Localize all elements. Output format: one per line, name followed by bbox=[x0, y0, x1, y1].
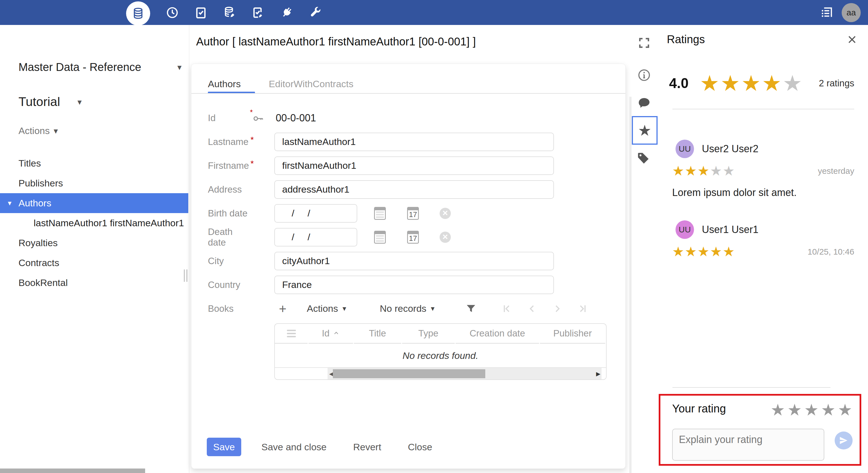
review-timestamp: yesterday bbox=[818, 166, 854, 176]
sidebar-item-contracts[interactable]: Contracts bbox=[0, 253, 188, 273]
star-icon: ★ bbox=[722, 245, 735, 259]
submodule-selector[interactable]: Tutorial ▾ bbox=[19, 94, 82, 109]
submodule-title: Tutorial bbox=[19, 94, 60, 109]
column-label: Title bbox=[369, 328, 386, 339]
scroll-right-icon[interactable]: ▶ bbox=[596, 368, 600, 380]
info-icon[interactable] bbox=[637, 68, 651, 82]
country-field[interactable]: France bbox=[274, 276, 554, 294]
birth-date-field[interactable]: / / bbox=[274, 204, 357, 223]
books-records-dropdown[interactable]: No records ▾ bbox=[380, 303, 435, 314]
send-rating-button[interactable] bbox=[835, 432, 852, 449]
your-rating-stars: ★★★★★ bbox=[771, 402, 855, 418]
task-check-icon[interactable] bbox=[194, 6, 207, 19]
calendar-month-icon[interactable] bbox=[374, 231, 386, 244]
add-book-button[interactable]: + bbox=[274, 301, 291, 316]
save-button[interactable]: Save bbox=[207, 438, 241, 456]
module-selector[interactable]: Master Data - Reference ▾ bbox=[19, 61, 182, 73]
star-icon[interactable]: ★ bbox=[771, 402, 787, 418]
first-page-icon[interactable] bbox=[502, 304, 512, 314]
books-toolbar: Books + Actions ▾ No records ▾ bbox=[191, 297, 625, 321]
calendar-month-icon[interactable] bbox=[374, 207, 386, 220]
page-title: Author [ lastNameAuthor1 firstNameAuthor… bbox=[196, 35, 476, 48]
scrollbar-track[interactable]: ◀ ▶ bbox=[328, 368, 601, 380]
id-value: 00-0-001 bbox=[276, 112, 316, 124]
hamburger-icon bbox=[287, 330, 296, 337]
save-and-close-button[interactable]: Save and close bbox=[261, 442, 327, 452]
column-label: Id bbox=[322, 328, 330, 339]
clear-date-icon[interactable]: ✕ bbox=[440, 208, 451, 219]
tab-authors[interactable]: Authors bbox=[208, 79, 241, 89]
clear-date-icon[interactable]: ✕ bbox=[440, 232, 451, 243]
sidebar-item-royalties[interactable]: Royalties bbox=[0, 233, 188, 253]
column-header-creation-date[interactable]: Creation date bbox=[456, 324, 539, 344]
form-row-id: Id * 00-0-001 bbox=[191, 106, 625, 130]
sidebar-resize-handle[interactable] bbox=[184, 269, 187, 282]
calendar-day-icon[interactable]: 17 bbox=[407, 207, 419, 220]
star-icon[interactable]: ★ bbox=[804, 402, 821, 418]
tag-icon[interactable] bbox=[637, 151, 650, 165]
death-date-field[interactable]: / / bbox=[274, 228, 357, 246]
books-actions-dropdown[interactable]: Actions ▾ bbox=[307, 303, 346, 314]
comment-icon[interactable] bbox=[638, 96, 651, 109]
database-module-button-active[interactable] bbox=[126, 1, 150, 26]
ratings-tab-selected[interactable]: ★ bbox=[632, 116, 658, 145]
close-button[interactable]: Close bbox=[408, 442, 432, 452]
star-icon: ★ bbox=[710, 245, 722, 259]
task-edit-icon[interactable] bbox=[252, 6, 265, 19]
column-customize-button[interactable] bbox=[275, 324, 308, 344]
star-icon[interactable]: ★ bbox=[821, 402, 838, 418]
rating-comment-input[interactable] bbox=[672, 429, 824, 461]
lastname-field[interactable]: lastNameAuthor1 bbox=[274, 132, 554, 151]
database-edit-icon[interactable] bbox=[223, 6, 236, 19]
firstname-label: Firstname bbox=[208, 160, 250, 171]
sidebar-item-titles[interactable]: Titles bbox=[0, 153, 188, 173]
scrollbar-thumb[interactable] bbox=[333, 369, 485, 378]
address-field[interactable]: addressAuthor1 bbox=[274, 180, 554, 199]
tab-editorwithcontracts[interactable]: EditorWithContracts bbox=[269, 79, 353, 89]
books-records-label: No records bbox=[380, 303, 427, 314]
calendar-day-icon[interactable]: 17 bbox=[407, 231, 419, 244]
column-header-publisher[interactable]: Publisher bbox=[540, 324, 605, 344]
page-horizontal-scrollbar-thumb[interactable] bbox=[0, 469, 145, 473]
close-panel-icon[interactable] bbox=[847, 34, 857, 45]
sidebar-item-publishers[interactable]: Publishers bbox=[0, 173, 188, 193]
column-header-type[interactable]: Type bbox=[402, 324, 455, 344]
sidebar-item-bookrental[interactable]: BookRental bbox=[0, 273, 188, 293]
form-row-firstname: Firstname * firstNameAuthor1 bbox=[191, 154, 625, 177]
sort-ascending-icon bbox=[333, 330, 340, 337]
average-rating-value: 4.0 bbox=[669, 75, 689, 91]
column-header-title[interactable]: Title bbox=[354, 324, 401, 344]
user-avatar[interactable]: aa bbox=[842, 3, 861, 22]
books-label: Books bbox=[208, 303, 250, 314]
firstname-field[interactable]: firstNameAuthor1 bbox=[274, 156, 554, 175]
birth-date-label: Birth date bbox=[208, 208, 250, 219]
sidebar-item-authors[interactable]: ▾ Authors bbox=[0, 193, 188, 213]
next-page-icon[interactable] bbox=[552, 304, 562, 314]
star-icon[interactable]: ★ bbox=[787, 402, 804, 418]
module-icon-group bbox=[126, 0, 322, 25]
previous-page-icon[interactable] bbox=[527, 304, 537, 314]
country-label: Country bbox=[208, 279, 250, 290]
log-list-icon[interactable] bbox=[820, 6, 833, 19]
last-page-icon[interactable] bbox=[578, 304, 588, 314]
wrench-icon[interactable] bbox=[309, 6, 322, 19]
required-marker: * bbox=[250, 135, 259, 144]
star-icon[interactable]: ★ bbox=[838, 402, 855, 418]
required-marker: * bbox=[250, 108, 253, 117]
filter-icon[interactable] bbox=[465, 303, 476, 314]
avatar: UU bbox=[676, 220, 694, 239]
column-header-id[interactable]: Id bbox=[308, 324, 353, 344]
sidebar-actions-dropdown[interactable]: Actions ▾ bbox=[19, 125, 58, 136]
revert-button[interactable]: Revert bbox=[353, 442, 381, 452]
expand-panel-icon[interactable] bbox=[638, 36, 651, 49]
city-field[interactable]: cityAuthor1 bbox=[274, 252, 554, 270]
sidebar-item-author-record[interactable]: lastNameAuthor1 firstNameAuthor1 bbox=[0, 213, 188, 233]
average-rating-stars: ★★★★★ bbox=[700, 72, 804, 94]
star-icon: ★ bbox=[672, 164, 685, 178]
plug-icon[interactable] bbox=[280, 6, 293, 19]
address-label: Address bbox=[208, 184, 250, 195]
database-icon bbox=[132, 7, 145, 20]
clock-icon[interactable] bbox=[166, 6, 179, 19]
panel-divider[interactable] bbox=[629, 97, 631, 473]
topbar-right-group: aa bbox=[820, 0, 861, 25]
